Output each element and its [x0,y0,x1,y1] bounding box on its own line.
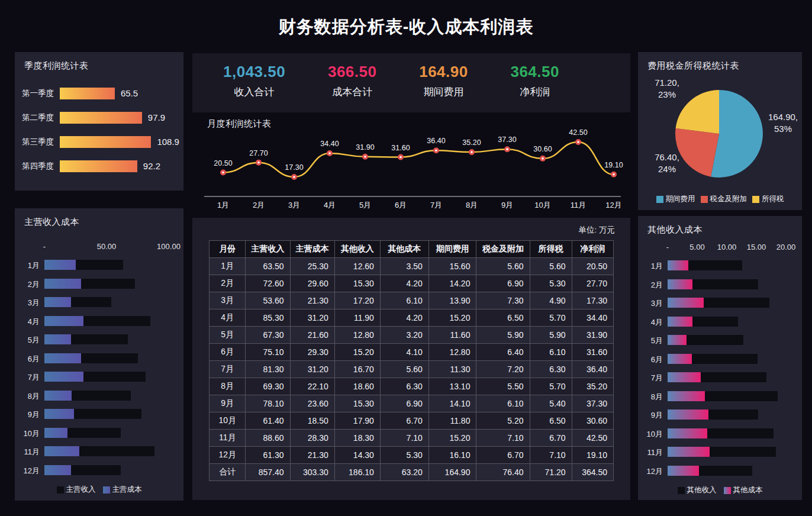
pie-legend-item[interactable]: 所得税 [752,194,784,204]
point-value-label: 30.60 [533,145,552,153]
legend-label: 其他收入 [687,485,717,495]
month-label: 6月 [15,354,40,365]
table-cell: 11月 [210,430,246,447]
table-cell: 4月 [210,309,246,327]
table-cell: 12.80 [334,327,380,344]
tax-expense-pie-panel: 费用税金所得税统计表 164.90,53%76.40,24%71.20,23%期… [638,52,802,210]
table-cell: 53.60 [246,292,290,309]
month-label: 7月 [15,372,40,383]
table-cell: 11.90 [334,309,380,327]
table-total-row: 合计857.40303.30186.1063.20164.9076.4071.2… [210,464,614,481]
pie-callout-line: 164.90, [765,111,801,123]
table-row: 2月72.6029.6015.304.2014.206.905.3027.70 [210,275,614,292]
bar-row: 12月 [638,462,802,481]
page-title: 财务数据分析表-收入成本利润表 [0,15,812,39]
table-cell: 31.20 [290,361,334,378]
bar-track [44,428,169,438]
table-cell: 6.90 [476,275,530,292]
table-cell: 31.20 [290,309,334,327]
bar-row: 3月 [15,294,183,312]
bar-row: 8月 [15,387,183,406]
bar-legend-item[interactable]: 主营成本 [103,485,142,495]
month-tick-label: 12月 [605,201,621,209]
point-value-label: 17.30 [285,163,303,172]
pie-legend-item[interactable]: 税金及附加 [701,194,747,204]
table-cell: 16.70 [334,361,380,378]
table-cell: 20.50 [572,258,613,275]
legend-label: 主营收入 [66,485,96,495]
table-cell: 72.60 [246,275,290,292]
month-label: 12月 [15,466,40,476]
table-cell: 21.30 [290,292,334,309]
bar-track [668,428,786,438]
quarterly-bar-row: 第三季度108.9 [15,130,183,154]
main-bars-axis: -50.00100.00 [44,242,169,251]
month-tick-label: 5月 [359,201,371,209]
table-row: 9月78.1023.6015.306.9014.106.105.4037.30 [210,395,614,412]
month-tick-label: 8月 [466,201,478,209]
line-marker-center [257,162,260,164]
bar-row: 10月 [638,425,802,444]
month-label: 8月 [15,391,40,402]
month-label: 7月 [638,373,663,383]
main-income-cost-panel: 主营收入成本 -50.00100.00 1月2月3月4月5月6月7月8月9月10… [15,208,183,501]
line-marker-center [506,148,508,150]
bar-track [668,372,786,382]
point-value-label: 42.50 [569,128,587,137]
table-cell: 303.30 [290,464,334,481]
axis-tick-label: 100.00 [157,242,181,251]
axis-tick-label: 15.00 [747,243,766,251]
bar-track [44,279,169,289]
quarter-bar [60,136,151,148]
kpi-label: 成本合计 [328,85,377,99]
cost-bar [44,279,81,289]
bar-track [44,316,169,326]
table-cell: 34.40 [572,309,613,327]
main-bars-title: 主营收入成本 [15,208,183,228]
table-cell: 17.30 [572,292,613,309]
table-cell: 22.10 [290,378,334,395]
bar-legend-item[interactable]: 其他收入 [678,485,717,495]
month-label: 5月 [638,336,663,346]
table-cell: 81.30 [246,361,290,378]
kpi-value: 364.50 [510,63,559,81]
pie-callout-line: 53% [765,123,801,135]
cost-bar [44,260,76,270]
month-tick-label: 9月 [501,201,513,209]
table-cell: 5.90 [530,327,572,344]
month-label: 1月 [638,261,663,272]
table-cell: 164.90 [428,464,476,481]
quarter-value: 92.2 [143,161,160,171]
table-cell: 5.60 [380,361,428,378]
pie-callout-line: 24% [645,163,689,175]
pie-callout: 71.20,23% [645,77,689,101]
table-cell: 4.90 [530,292,572,309]
pie-legend-item[interactable]: 期间费用 [656,194,695,204]
month-label: 3月 [638,298,663,309]
table-cell: 31.90 [572,327,613,344]
bar-row: 1月 [638,257,802,276]
axis-tick-label: - [666,243,669,251]
table-cell: 67.30 [246,327,290,344]
table-cell: 4.20 [380,275,428,292]
bar-row: 6月 [15,350,183,369]
column-header: 其他成本 [380,241,428,258]
finance-table: 月份主营收入主营成本其他收入其他成本期间费用税金及附加所得税净利润1月63.50… [209,240,614,481]
point-value-label: 31.90 [356,143,374,151]
table-cell: 6.70 [380,412,428,430]
bar-track [668,335,786,345]
bar-legend-item[interactable]: 其他成本 [724,485,763,495]
unit-label: 单位: 万元 [578,225,615,236]
table-cell: 6.30 [530,361,572,378]
bar-track [44,372,169,382]
bar-legend-item[interactable]: 主营收入 [57,485,96,495]
table-body: 1月63.5025.3012.603.5015.605.605.6020.502… [210,258,614,481]
cost-bar [668,409,708,420]
table-cell: 23.60 [290,395,334,412]
column-header: 净利润 [572,241,613,258]
pie-callout-line: 23% [645,89,689,101]
table-cell: 1月 [210,258,246,275]
table-cell: 35.20 [572,378,613,395]
cost-bar [668,447,710,457]
bar-track [44,409,169,419]
